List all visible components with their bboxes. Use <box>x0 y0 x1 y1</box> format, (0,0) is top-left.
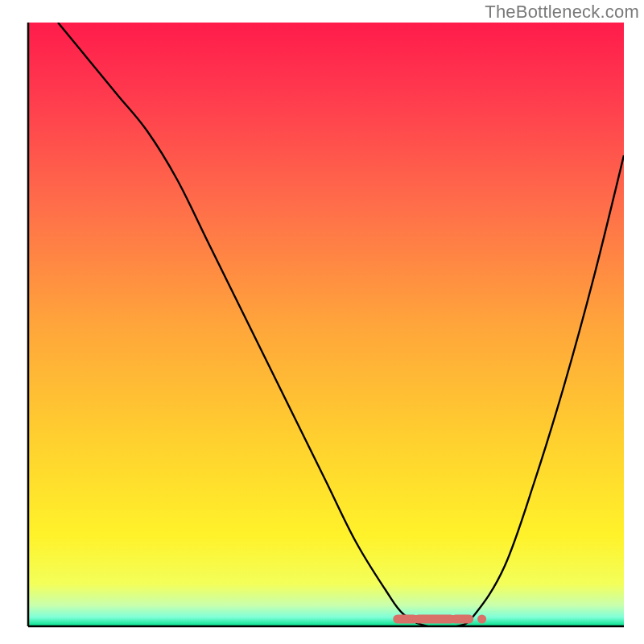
watermark-text: TheBottleneck.com <box>485 2 639 23</box>
marker-dot <box>477 615 486 624</box>
plot-background <box>28 23 624 626</box>
chart-container: { "watermark": "TheBottleneck.com", "cha… <box>0 0 644 644</box>
chart-svg <box>0 0 644 644</box>
